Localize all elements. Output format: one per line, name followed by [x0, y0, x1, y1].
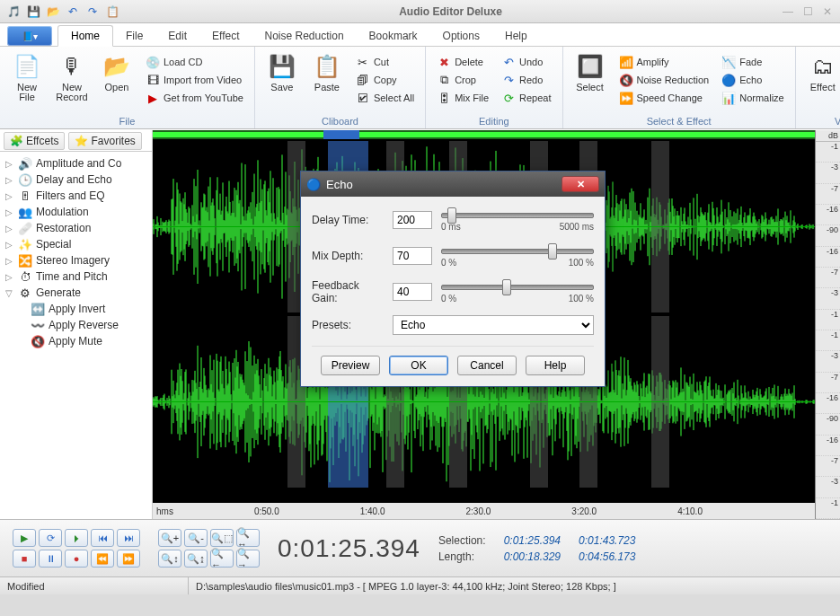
tree-item[interactable]: ↔️Apply Invert — [4, 301, 148, 317]
prev-button[interactable]: ⏪ — [91, 550, 114, 568]
cut-button[interactable]: ✂Cut — [352, 54, 418, 70]
minimize-button[interactable]: — — [781, 4, 795, 19]
zoom-fit-button[interactable]: 🔍↔ — [236, 529, 260, 547]
status-modified: Modified — [0, 577, 189, 594]
import-video-button[interactable]: 🎞Import from Video — [142, 72, 247, 88]
effect-panel-button[interactable]: 🗂Effect — [803, 50, 840, 94]
tab-options[interactable]: Options — [430, 26, 492, 46]
undo-button[interactable]: ↶Undo — [498, 54, 554, 70]
forward-button[interactable]: ⏭ — [117, 529, 140, 547]
new-file-button[interactable]: 📄New File — [7, 50, 47, 104]
tree-item[interactable]: ▽⚙Generate — [4, 285, 148, 301]
delete-button[interactable]: ✖Delete — [433, 54, 492, 70]
dlg-row-label: Delay Time: — [312, 214, 384, 226]
paste-button[interactable]: 📋Paste — [307, 50, 347, 94]
tree-item[interactable]: ▷✨Special — [4, 236, 148, 252]
dlg-row-input[interactable] — [393, 211, 432, 229]
tree-item[interactable]: ▷🎚Filters and EQ — [4, 188, 148, 204]
qat-redo-icon[interactable]: ↷ — [84, 4, 101, 20]
dlg-row-slider[interactable]: 0 %100 % — [441, 243, 594, 268]
speed-icon: ⏩ — [619, 91, 633, 105]
select-all-button[interactable]: 🗹Select All — [352, 90, 418, 106]
copy-button[interactable]: 🗐Copy — [352, 72, 418, 88]
tree-item[interactable]: ▷🔊Amplitude and Co — [4, 155, 148, 172]
speed-change-button[interactable]: ⏩Speed Change — [615, 90, 713, 106]
tree-item[interactable]: ▷⏱Time and Pitch — [4, 268, 148, 285]
dlg-row-input[interactable] — [393, 247, 432, 265]
fade-icon: 📉 — [721, 55, 736, 69]
tab-noise-reduction[interactable]: Noise Reduction — [252, 26, 357, 46]
open-button[interactable]: 📂Open — [97, 50, 137, 94]
new-record-button[interactable]: 🎙New Record — [52, 50, 92, 104]
mix-icon: 🎛 — [437, 91, 451, 105]
tree-item[interactable]: ▷👥Modulation — [4, 204, 148, 220]
save-icon: 💾 — [268, 52, 296, 81]
dialog-titlebar[interactable]: 🔵 Echo ✕ — [301, 172, 605, 197]
select-button[interactable]: 🔲Select — [570, 50, 610, 94]
qat-save-icon[interactable]: 💾 — [25, 4, 41, 20]
tab-help[interactable]: Help — [492, 26, 540, 46]
load-cd-button[interactable]: 💿Load CD — [142, 54, 247, 70]
ribbon-group-clipboard: 💾Save 📋Paste ✂Cut 🗐Copy 🗹Select All Clib… — [255, 47, 426, 128]
pause-button[interactable]: ⏸ — [39, 550, 62, 568]
ok-button[interactable]: OK — [389, 356, 448, 375]
presets-select[interactable]: Echo — [393, 315, 594, 335]
stop-button[interactable]: ■ — [13, 550, 36, 568]
dialog-close-button[interactable]: ✕ — [561, 176, 599, 192]
repeat-icon: ⟳ — [501, 91, 516, 105]
tree-item[interactable]: ▷🕒Delay and Echo — [4, 172, 148, 188]
normalize-button[interactable]: 📊Normalize — [718, 90, 788, 106]
close-button[interactable]: ✕ — [820, 4, 835, 19]
get-youtube-button[interactable]: ▶Get from YouTube — [142, 90, 247, 106]
tree-item[interactable]: ▷🩹Restoration — [4, 220, 148, 236]
preview-button[interactable]: Preview — [321, 356, 380, 375]
tree-item[interactable]: 〰️Apply Reverse — [4, 317, 148, 333]
tab-home[interactable]: Home — [57, 25, 113, 47]
play-sel-button[interactable]: ⏵ — [65, 529, 88, 547]
tab-bookmark[interactable]: Bookmark — [357, 26, 430, 46]
maximize-button[interactable]: ☐ — [800, 4, 815, 19]
qat-record-icon[interactable]: 📋 — [104, 4, 120, 20]
noise-reduction-button[interactable]: 🔇Noise Reduction — [615, 72, 713, 88]
redo-button[interactable]: ↷Redo — [498, 72, 554, 88]
dlg-row-slider[interactable]: 0 ms5000 ms — [441, 207, 594, 233]
zoom-left-button[interactable]: 🔍← — [210, 550, 234, 568]
sidebar-tab-favorites[interactable]: ⭐Favorites — [68, 132, 141, 150]
crop-icon: ⧉ — [437, 73, 451, 87]
qat-undo-icon[interactable]: ↶ — [65, 4, 81, 20]
save-button[interactable]: 💾Save — [262, 50, 302, 94]
zoom-v-out-button[interactable]: 🔍↨ — [184, 550, 208, 568]
zoom-in-button[interactable]: 🔍+ — [158, 529, 181, 547]
tree-item[interactable]: ▷🔀Stereo Imagery — [4, 252, 148, 268]
app-icon: 🎵 — [5, 4, 22, 20]
zoom-v-in-button[interactable]: 🔍↕ — [158, 550, 181, 568]
crop-button[interactable]: ⧉Crop — [433, 72, 492, 88]
repeat-button[interactable]: ⟳Repeat — [498, 90, 554, 106]
tab-effect[interactable]: Effect — [199, 26, 252, 46]
tab-edit[interactable]: Edit — [155, 26, 199, 46]
quick-access-toolbar: 🎵 💾 📂 ↶ ↷ 📋 — [5, 4, 120, 20]
dlg-row-label: Feedback Gain: — [312, 279, 384, 304]
dlg-row-input[interactable] — [393, 283, 432, 301]
mix-button[interactable]: 🎛Mix File — [433, 90, 492, 106]
help-button[interactable]: Help — [526, 356, 585, 375]
amplify-button[interactable]: 📶Amplify — [615, 54, 713, 70]
dlg-row-slider[interactable]: 0 %100 % — [441, 279, 594, 304]
qat-open-icon[interactable]: 📂 — [45, 4, 61, 20]
rewind-button[interactable]: ⏮ — [91, 529, 114, 547]
sidebar-tab-effects[interactable]: 🧩Effcets — [4, 132, 65, 150]
play-button[interactable]: ▶ — [13, 529, 36, 547]
record-button[interactable]: ● — [65, 550, 88, 568]
cancel-button[interactable]: Cancel — [457, 356, 517, 375]
zoom-out-button[interactable]: 🔍- — [184, 529, 208, 547]
zoom-right-button[interactable]: 🔍→ — [236, 550, 260, 568]
echo-button[interactable]: 🔵Echo — [718, 72, 788, 88]
loop-button[interactable]: ⟳ — [39, 529, 62, 547]
app-menu-button[interactable]: 📘▾ — [7, 26, 52, 46]
fade-button[interactable]: 📉Fade — [718, 54, 788, 70]
tab-file[interactable]: File — [113, 26, 155, 46]
tree-item[interactable]: 🔇Apply Mute — [4, 333, 148, 349]
status-bar: Modified D:\samples\audio files\music01.… — [0, 576, 840, 594]
zoom-sel-button[interactable]: 🔍⬚ — [210, 529, 234, 547]
next-button[interactable]: ⏩ — [117, 550, 140, 568]
